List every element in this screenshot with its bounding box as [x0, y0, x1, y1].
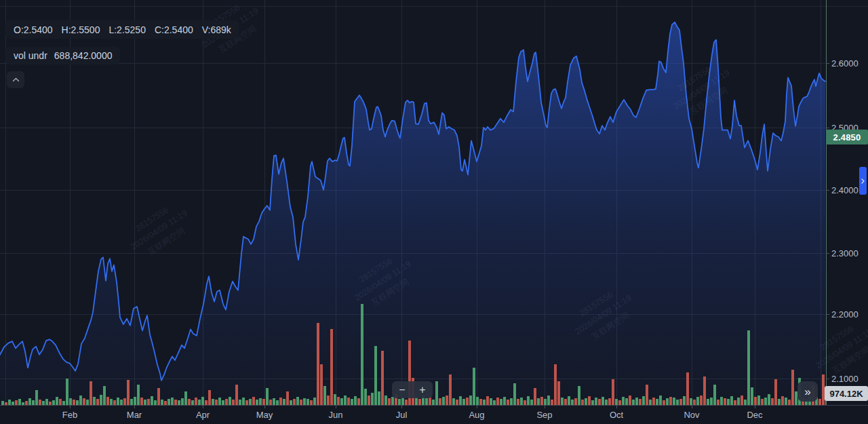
volume-bar: [588, 396, 591, 405]
volume-bar: [76, 400, 79, 405]
volume-bar: [184, 391, 187, 405]
volume-bar: [66, 379, 68, 405]
volume-bar: [601, 397, 604, 405]
volume-bar: [198, 400, 201, 405]
time-tick-label: Sep: [536, 410, 552, 420]
time-tick-mark: [401, 405, 402, 408]
volume-bar: [283, 399, 285, 405]
volume-bar: [568, 396, 570, 405]
volume-bar: [157, 388, 160, 405]
volume-bar: [490, 398, 492, 405]
time-tick-label: Aug: [469, 410, 484, 420]
volume-bar: [456, 400, 458, 405]
volume-bar: [73, 400, 75, 405]
volume-bar: [144, 400, 146, 405]
volume-bar: [28, 398, 31, 405]
volume-bar: [537, 398, 540, 405]
volume-bar: [557, 381, 560, 405]
volume-bar: [686, 372, 689, 405]
volume-bar: [317, 323, 319, 405]
volume-bar: [337, 397, 340, 405]
volume-axis-badge: 974.12K: [825, 386, 868, 401]
volume-bar: [693, 400, 696, 405]
price-chart-canvas[interactable]: [0, 0, 826, 405]
time-tick-label: May: [256, 410, 273, 420]
axis-scroll-thumb[interactable]: [859, 167, 867, 195]
volume-bar: [52, 400, 55, 405]
volume-bar: [479, 399, 482, 405]
volume-bar: [249, 399, 252, 405]
time-tick-mark: [203, 405, 203, 408]
last-price-badge: 2.4850: [826, 130, 868, 144]
volume-bar: [710, 398, 713, 405]
chevron-up-icon: [12, 77, 20, 82]
volume-bar: [113, 400, 116, 405]
volume-bar: [154, 400, 157, 405]
volume-bar: [581, 400, 584, 405]
volume-bar: [286, 391, 289, 405]
volume-bar: [734, 400, 736, 405]
volume-bar: [530, 400, 533, 405]
volume-bar: [212, 399, 214, 405]
volume-bar: [449, 374, 452, 405]
volume-bar: [785, 398, 787, 405]
time-tick-label: Jul: [396, 410, 408, 420]
collapse-legend-button[interactable]: [7, 71, 24, 88]
volume-bar: [554, 364, 557, 405]
volume-bar: [296, 397, 299, 405]
volume-bar: [371, 393, 374, 405]
scroll-to-realtime-button[interactable]: »: [797, 381, 818, 402]
volume-bar: [591, 400, 594, 405]
volume-bar: [181, 398, 184, 405]
volume-bar: [225, 399, 228, 405]
price-tick-mark: [826, 314, 829, 315]
volume-bar: [520, 398, 523, 405]
volume-bar: [96, 399, 99, 405]
time-tick-mark: [545, 405, 545, 408]
volume-bar: [418, 399, 421, 405]
volume-bar: [195, 398, 197, 405]
volume-bar: [188, 399, 191, 405]
volume-bar: [713, 385, 716, 405]
volume-bar: [625, 398, 628, 405]
volume-bar: [771, 398, 774, 405]
volume-bar: [388, 398, 391, 405]
volume-bar: [93, 397, 96, 405]
volume-bar: [574, 398, 577, 405]
volume-bar: [595, 398, 597, 405]
zoom-out-button[interactable]: −: [392, 381, 412, 398]
volume-bar: [39, 400, 41, 405]
volume-bar: [754, 397, 757, 405]
volume-bar: [340, 398, 343, 405]
volume-bar: [354, 396, 357, 405]
zoom-in-button[interactable]: +: [412, 381, 433, 398]
volume-bar: [425, 398, 428, 405]
volume-bar: [161, 400, 163, 405]
volume-bar: [313, 398, 316, 405]
price-axis-border: [826, 0, 827, 405]
price-tick-label: 2.3000: [831, 248, 859, 258]
volume-bar: [357, 398, 360, 405]
volume-bar: [605, 400, 608, 405]
volume-bar: [618, 400, 621, 405]
volume-bar: [442, 397, 445, 405]
volume-bar: [483, 400, 486, 405]
volume-bar: [56, 397, 58, 405]
volume-bar: [656, 399, 658, 405]
volume-bar: [608, 398, 611, 405]
volume-bar: [361, 304, 363, 405]
volume-bar: [259, 398, 262, 405]
volume-bar: [547, 396, 550, 405]
ohlc-legend-item: V:689k: [202, 24, 231, 35]
volume-bar: [364, 389, 367, 405]
volume-bar: [561, 398, 564, 405]
volume-bar: [517, 399, 519, 405]
volume-bar: [45, 399, 48, 405]
time-axis-border: [0, 405, 868, 406]
volume-bar: [208, 390, 211, 405]
volume-bar: [32, 400, 35, 405]
volume-bar: [106, 397, 109, 405]
price-tick-mark: [826, 379, 829, 379]
volume-bar: [666, 398, 669, 405]
time-tick-mark: [134, 405, 135, 408]
